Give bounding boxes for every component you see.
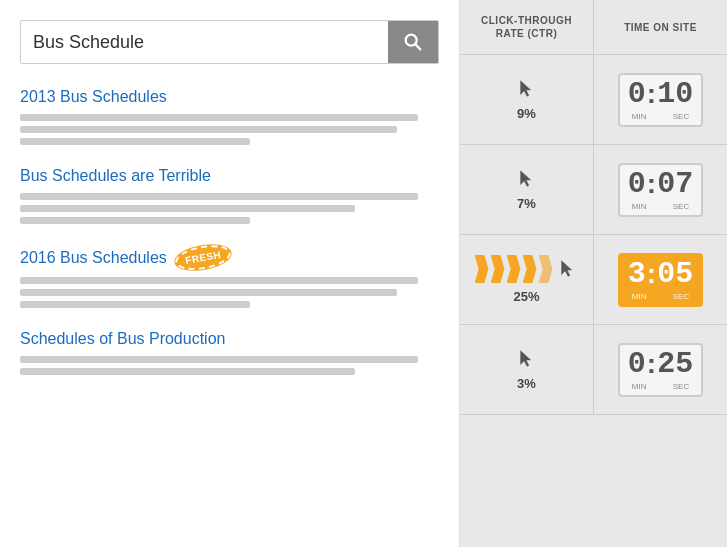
result-lines-4 <box>20 356 439 375</box>
metrics-row-3: 25% 3:05 MIN SEC <box>460 235 727 325</box>
result-item-3: 2016 Bus Schedules FRESH <box>20 246 439 308</box>
search-bar[interactable] <box>20 20 439 64</box>
metrics-row-4: 3% 0:25 MIN SEC <box>460 325 727 415</box>
cursor-icon <box>557 255 579 283</box>
result-line <box>20 277 418 284</box>
search-button[interactable] <box>388 21 438 63</box>
result-item-1: 2013 Bus Schedules <box>20 88 439 145</box>
tos-cell-3: 3:05 MIN SEC <box>594 235 727 324</box>
fresh-badge: FRESH <box>173 241 233 273</box>
ctr-cell-1: 9% <box>460 55 594 144</box>
ctr-arrows <box>475 255 579 283</box>
tos-cell-2: 0:07 MIN SEC <box>594 145 727 234</box>
result-line <box>20 126 397 133</box>
search-input[interactable] <box>21 22 388 63</box>
tos-column-header: TIME ON SITE <box>594 0 727 54</box>
arrow-bar <box>523 255 537 283</box>
tos-cell-1: 0:10 MIN SEC <box>594 55 727 144</box>
clock-sec-4: 25 <box>657 349 693 379</box>
metrics-row-1: 9% 0:10 MIN SEC <box>460 55 727 145</box>
clock-sec-2: 07 <box>657 169 693 199</box>
metrics-header: CLICK-THROUGHRATE (CTR) TIME ON SITE <box>460 0 727 55</box>
search-results-panel: 2013 Bus Schedules Bus Schedules are Ter… <box>0 0 460 547</box>
clock-sec-3: 05 <box>657 259 693 289</box>
cursor-icon <box>516 78 538 100</box>
ctr-value-1: 9% <box>517 106 536 121</box>
result-line <box>20 356 418 363</box>
result-lines-1 <box>20 114 439 145</box>
clock-min-3: 3 <box>628 259 646 289</box>
ctr-cell-4: 3% <box>460 325 594 414</box>
result-line <box>20 301 250 308</box>
metrics-panel: CLICK-THROUGHRATE (CTR) TIME ON SITE 9% … <box>460 0 727 547</box>
result-title-1[interactable]: 2013 Bus Schedules <box>20 88 439 106</box>
clock-min-4: 0 <box>628 349 646 379</box>
result-item-4: Schedules of Bus Production <box>20 330 439 375</box>
ctr-value-4: 3% <box>517 376 536 391</box>
tos-cell-4: 0:25 MIN SEC <box>594 325 727 414</box>
result-line <box>20 368 355 375</box>
clock-sec-1: 10 <box>657 79 693 109</box>
cursor-icon <box>516 168 538 190</box>
clock-display-3: 3:05 MIN SEC <box>618 253 703 307</box>
result-title-2[interactable]: Bus Schedules are Terrible <box>20 167 439 185</box>
ctr-column-header: CLICK-THROUGHRATE (CTR) <box>460 0 594 54</box>
clock-min-1: 0 <box>628 79 646 109</box>
arrow-bar <box>491 255 505 283</box>
svg-line-1 <box>415 44 420 49</box>
ctr-value-3: 25% <box>513 289 539 304</box>
result-lines-3 <box>20 277 439 308</box>
result-line <box>20 289 397 296</box>
ctr-cell-3: 25% <box>460 235 594 324</box>
clock-min-2: 0 <box>628 169 646 199</box>
result-line <box>20 114 418 121</box>
clock-display-2: 0:07 MIN SEC <box>618 163 703 217</box>
clock-display-1: 0:10 MIN SEC <box>618 73 703 127</box>
result-title-4[interactable]: Schedules of Bus Production <box>20 330 439 348</box>
result-lines-2 <box>20 193 439 224</box>
cursor-icon <box>516 348 538 370</box>
arrow-bar <box>539 255 553 283</box>
result-line <box>20 217 250 224</box>
result-item-2: Bus Schedules are Terrible <box>20 167 439 224</box>
result-title-3[interactable]: 2016 Bus Schedules FRESH <box>20 246 439 269</box>
metrics-row-2: 7% 0:07 MIN SEC <box>460 145 727 235</box>
ctr-cell-2: 7% <box>460 145 594 234</box>
clock-display-4: 0:25 MIN SEC <box>618 343 703 397</box>
arrow-bar <box>475 255 489 283</box>
ctr-value-2: 7% <box>517 196 536 211</box>
result-line <box>20 193 418 200</box>
result-line <box>20 205 355 212</box>
arrow-bar <box>507 255 521 283</box>
result-line <box>20 138 250 145</box>
